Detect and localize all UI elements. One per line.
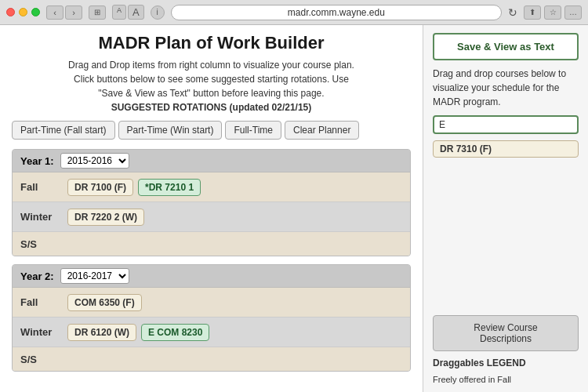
year1-fall-row: Fall DR 7100 (F) *DR 7210 1 <box>13 172 410 202</box>
year2-winter-courses: DR 6120 (W) E COM 8230 <box>67 324 402 341</box>
font-small-button[interactable]: A <box>112 5 126 20</box>
share-button[interactable]: ⬆ <box>524 5 541 20</box>
year2-label: Year 2: <box>20 270 54 282</box>
url-bar[interactable]: madr.comm.wayne.edu <box>171 5 502 20</box>
year2-ss-row: S/S <box>13 347 410 371</box>
full-time-button[interactable]: Full-Time <box>225 121 281 140</box>
instructions: Drag and Drop items from right column to… <box>12 58 411 114</box>
course-com8230[interactable]: E COM 8230 <box>141 324 209 341</box>
bookmark-button[interactable]: ☆ <box>544 5 561 20</box>
page-icon-button[interactable]: ⊞ <box>89 5 106 20</box>
legend-text: Freely offered in Fall <box>433 375 579 384</box>
year1-winter-courses: DR 7220 2 (W) <box>67 209 402 226</box>
right-course-dr7310[interactable]: DR 7310 (F) <box>433 140 579 158</box>
year1-fall-courses: DR 7100 (F) *DR 7210 1 <box>67 179 402 196</box>
year1-ss-label: S/S <box>20 238 67 250</box>
main-container: MADR Plan of Work Builder Drag and Drop … <box>0 25 588 392</box>
year1-label: Year 1: <box>20 155 54 167</box>
year1-header: Year 1: 2015-2016 <box>13 150 410 172</box>
info-button[interactable]: i <box>151 5 165 20</box>
year1-ss-row: S/S <box>13 232 410 256</box>
font-large-button[interactable]: A <box>128 5 144 20</box>
year1-winter-row: Winter DR 7220 2 (W) <box>13 202 410 232</box>
close-button[interactable] <box>6 8 15 16</box>
action-buttons: ⬆ ☆ … <box>524 5 582 20</box>
year1-select[interactable]: 2015-2016 <box>60 153 129 169</box>
year2-section: Year 2: 2016-2017 Fall COM 6350 (F) Wint… <box>12 264 411 372</box>
course-dr7210[interactable]: *DR 7210 1 <box>138 179 201 196</box>
draggable-input[interactable] <box>433 115 579 134</box>
save-view-button[interactable]: Save & View as Text <box>433 33 579 60</box>
year1-section: Year 1: 2015-2016 Fall DR 7100 (F) *DR 7… <box>12 149 411 256</box>
year2-select[interactable]: 2016-2017 <box>60 268 129 284</box>
right-panel: Save & View as Text Drag and drop course… <box>423 25 588 392</box>
part-time-fall-button[interactable]: Part-Time (Fall start) <box>12 121 115 140</box>
part-time-win-button[interactable]: Part-Time (Win start) <box>118 121 223 140</box>
year2-winter-label: Winter <box>20 326 67 338</box>
course-dr7100[interactable]: DR 7100 (F) <box>67 179 133 196</box>
back-button[interactable]: ‹ <box>46 5 64 20</box>
year1-winter-label: Winter <box>20 211 67 223</box>
rotation-buttons: Part-Time (Fall start) Part-Time (Win st… <box>12 121 411 140</box>
font-size-buttons: A A <box>112 5 144 20</box>
page-title: MADR Plan of Work Builder <box>12 33 411 53</box>
nav-buttons: ‹ › <box>46 5 82 20</box>
minimize-button[interactable] <box>19 8 27 16</box>
year2-winter-row: Winter DR 6120 (W) E COM 8230 <box>13 318 410 347</box>
more-button[interactable]: … <box>564 5 582 20</box>
forward-button[interactable]: › <box>65 5 82 20</box>
year2-fall-courses: COM 6350 (F) <box>67 294 402 311</box>
year2-fall-label: Fall <box>20 296 67 308</box>
window-controls <box>6 8 40 16</box>
clear-planner-button[interactable]: Clear Planner <box>285 121 359 140</box>
course-com6350[interactable]: COM 6350 (F) <box>67 294 142 311</box>
reload-button[interactable]: ↻ <box>508 6 517 19</box>
left-panel: MADR Plan of Work Builder Drag and Drop … <box>0 25 423 392</box>
course-dr6120[interactable]: DR 6120 (W) <box>67 324 136 341</box>
browser-chrome: ‹ › ⊞ A A i madr.comm.wayne.edu ↻ ⬆ ☆ … <box>0 0 588 25</box>
year2-fall-row: Fall COM 6350 (F) <box>13 288 410 318</box>
year2-ss-label: S/S <box>20 354 67 365</box>
course-dr7220[interactable]: DR 7220 2 (W) <box>67 209 144 226</box>
year2-header: Year 2: 2016-2017 <box>13 265 410 288</box>
review-course-button[interactable]: Review Course Descriptions <box>433 315 579 351</box>
legend-title: Draggables LEGEND <box>433 358 579 368</box>
year1-fall-label: Fall <box>20 181 67 193</box>
right-description: Drag and drop courses below to visualize… <box>433 67 579 109</box>
maximize-button[interactable] <box>31 8 40 16</box>
